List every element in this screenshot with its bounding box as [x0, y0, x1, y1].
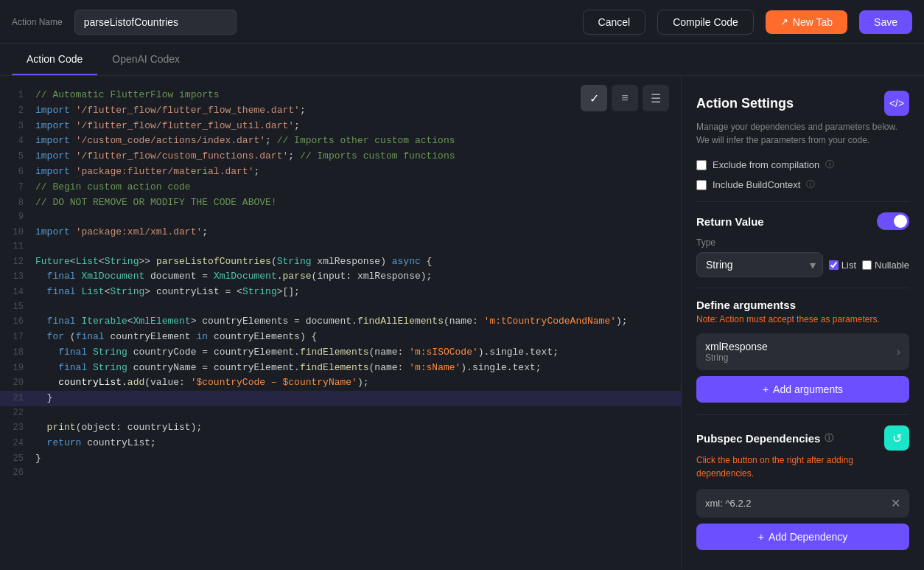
line-number: 10 — [0, 226, 35, 240]
arg-type: String — [705, 352, 768, 363]
line-number: 15 — [0, 300, 35, 314]
list-label: List — [841, 260, 856, 271]
list-checkbox[interactable] — [829, 260, 839, 270]
code-editor[interactable]: ✓ ≡ ☰ 1// Automatic FlutterFlow imports2… — [0, 76, 681, 569]
code-line-15: 15 — [0, 300, 681, 314]
arg-name: xmlResponse — [705, 341, 768, 352]
newtab-label: New Tab — [793, 16, 833, 28]
add-arguments-button[interactable]: + Add arguments — [696, 376, 909, 403]
line-content: final Iterable<XmlElement> countryElemen… — [35, 314, 681, 330]
return-value-section: Return Value — [696, 212, 909, 230]
line-number: 5 — [0, 150, 35, 164]
pubspec-refresh-btn[interactable]: ↺ — [884, 425, 909, 451]
right-panel: Action Settings </> Manage your dependen… — [681, 76, 924, 569]
format-button[interactable]: ≡ — [612, 85, 638, 111]
code-line-11: 11 — [0, 240, 681, 254]
line-content: final String countryName = countryElemen… — [35, 361, 681, 376]
line-number: 24 — [0, 437, 35, 451]
line-number: 16 — [0, 315, 35, 329]
check-button[interactable]: ✓ — [581, 85, 607, 111]
action-settings-title: Action Settings — [696, 96, 794, 111]
add-dependency-label: Add Dependency — [769, 531, 847, 543]
action-settings-icon-btn[interactable]: </> — [884, 91, 909, 116]
save-button[interactable]: Save — [859, 10, 912, 34]
action-name-label: Action Name — [12, 17, 63, 27]
cancel-button[interactable]: Cancel — [583, 10, 646, 35]
exclude-info-icon[interactable]: ⓘ — [825, 159, 834, 171]
line-content: for (final countryElement in countryElem… — [35, 330, 681, 345]
code-line-7: 7// Begin custom action code — [0, 180, 681, 195]
return-value-toggle[interactable] — [877, 212, 909, 230]
line-number: 25 — [0, 452, 35, 466]
exclude-from-compilation-label: Exclude from compilation — [713, 159, 819, 170]
code-line-18: 18 final String countryCode = countryEle… — [0, 345, 681, 361]
pubspec-note: Click the button on the right after addi… — [696, 453, 909, 480]
code-line-1: 1// Automatic FlutterFlow imports — [0, 88, 681, 103]
arg-chevron-icon: › — [897, 345, 900, 358]
action-name-input[interactable] — [74, 10, 237, 35]
include-info-icon[interactable]: ⓘ — [806, 178, 815, 191]
line-content: import 'package:flutter/material.dart'; — [35, 164, 681, 180]
include-build-context-label: Include BuildContext — [713, 179, 800, 190]
plus-icon: + — [763, 383, 769, 395]
define-args-note: Note: Action must accept these as parame… — [696, 314, 909, 324]
exclude-from-compilation-row: Exclude from compilation ⓘ — [696, 159, 909, 171]
line-number: 12 — [0, 255, 35, 269]
dep-name-0: xml: ^6.2.2 — [705, 498, 751, 509]
line-number: 7 — [0, 181, 35, 195]
main-layout: ✓ ≡ ☰ 1// Automatic FlutterFlow imports2… — [0, 76, 924, 569]
tab-action-code[interactable]: Action Code — [12, 44, 97, 75]
pubspec-title-text: Pubspec Dependencies — [696, 432, 820, 445]
code-line-14: 14 final List<String> countryList = <Str… — [0, 285, 681, 300]
line-number: 11 — [0, 240, 35, 254]
nullable-checkbox[interactable] — [862, 260, 872, 270]
code-content[interactable]: 1// Automatic FlutterFlow imports2import… — [0, 76, 681, 569]
line-number: 18 — [0, 346, 35, 360]
code-line-6: 6import 'package:flutter/material.dart'; — [0, 164, 681, 180]
code-line-19: 19 final String countryName = countryEle… — [0, 361, 681, 376]
line-number: 13 — [0, 270, 35, 284]
arg-item-0[interactable]: xmlResponse String › — [696, 333, 909, 370]
line-number: 20 — [0, 376, 35, 390]
code-line-12: 12Future<List<String>> parseListofCountr… — [0, 254, 681, 270]
line-content: final String countryCode = countryElemen… — [35, 345, 681, 361]
compile-button[interactable]: Compile Code — [657, 10, 754, 35]
code-line-8: 8// DO NOT REMOVE OR MODIFY THE CODE ABO… — [0, 195, 681, 211]
include-build-context-checkbox[interactable] — [696, 180, 707, 190]
code-line-21: 21 } — [0, 391, 681, 406]
code-line-16: 16 final Iterable<XmlElement> countryEle… — [0, 314, 681, 330]
line-content: import '/flutter_flow/custom_functions.d… — [35, 149, 681, 164]
code-line-25: 25} — [0, 451, 681, 467]
type-row: String int double bool List Nullable — [696, 252, 909, 277]
pubspec-title: Pubspec Dependencies ⓘ — [696, 432, 833, 445]
code-line-4: 4import '/custom_code/actions/index.dart… — [0, 133, 681, 149]
line-content: import 'package:xml/xml.dart'; — [35, 225, 681, 240]
line-number: 21 — [0, 392, 35, 406]
line-content: import '/flutter_flow/flutter_flow_util.… — [35, 119, 681, 134]
line-content: final XmlDocument document = XmlDocument… — [35, 269, 681, 285]
arg-info: xmlResponse String — [705, 341, 768, 363]
add-dependency-button[interactable]: + Add Dependency — [696, 524, 909, 550]
type-select[interactable]: String int double bool — [696, 252, 823, 277]
list-button[interactable]: ☰ — [643, 85, 669, 111]
external-link-icon: ↗ — [780, 16, 788, 27]
list-checkbox-group: List — [829, 260, 856, 271]
code-line-22: 22 — [0, 406, 681, 420]
nullable-checkbox-group: Nullable — [862, 260, 909, 271]
dep-close-btn-0[interactable]: ✕ — [891, 496, 900, 510]
line-content: final List<String> countryList = <String… — [35, 285, 681, 300]
include-build-context-row: Include BuildContext ⓘ — [696, 178, 909, 191]
pubspec-info-icon[interactable]: ⓘ — [825, 432, 833, 445]
line-number: 3 — [0, 119, 35, 133]
code-line-3: 3import '/flutter_flow/flutter_flow_util… — [0, 119, 681, 134]
exclude-from-compilation-checkbox[interactable] — [696, 160, 707, 170]
type-label: Type — [696, 237, 909, 248]
newtab-button[interactable]: ↗ New Tab — [766, 10, 847, 34]
line-content: countryList.add(value: '$countryCode – $… — [35, 375, 681, 391]
add-arguments-label: Add arguments — [773, 383, 843, 395]
code-line-2: 2import '/flutter_flow/flutter_flow_them… — [0, 103, 681, 119]
line-content: return countryList; — [35, 436, 681, 451]
tab-openai-codex[interactable]: OpenAI Codex — [97, 44, 195, 75]
line-number: 19 — [0, 361, 35, 375]
nullable-label: Nullable — [875, 260, 909, 271]
